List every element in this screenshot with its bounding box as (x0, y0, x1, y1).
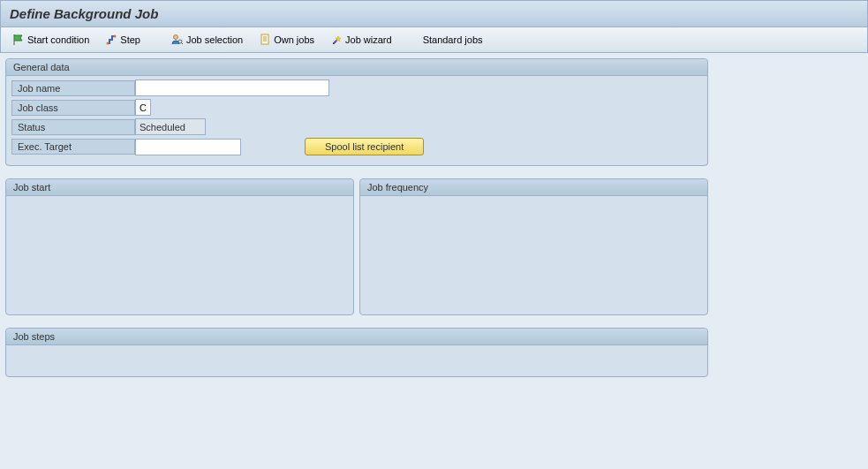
person-search-icon (171, 34, 184, 46)
job-class-label: Job class (11, 100, 135, 116)
flag-icon (12, 34, 25, 46)
job-steps-title: Job steps (6, 329, 707, 345)
job-start-title: Job start (6, 179, 353, 196)
job-name-input[interactable] (135, 79, 329, 96)
job-selection-button[interactable]: Job selection (165, 31, 249, 49)
general-data-groupbox: General data Job name Job class Status E… (5, 58, 708, 166)
standard-jobs-label: Standard jobs (423, 34, 483, 45)
exec-target-label: Exec. Target (11, 139, 135, 155)
own-jobs-button[interactable]: Own jobs (253, 31, 321, 49)
job-frequency-body (360, 196, 707, 302)
svg-line-4 (181, 43, 183, 45)
spool-list-recipient-button[interactable]: Spool list recipient (305, 138, 424, 155)
job-start-body (6, 196, 353, 302)
step-button[interactable]: Step (99, 31, 147, 49)
job-wizard-button[interactable]: Job wizard (324, 31, 398, 49)
start-condition-label: Start condition (27, 34, 89, 45)
exec-target-row: Exec. Target Spool list recipient (11, 138, 702, 155)
document-icon (259, 34, 271, 46)
job-wizard-label: Job wizard (345, 34, 392, 45)
job-class-row: Job class (11, 99, 702, 116)
page-title-bar: Define Background Job (0, 0, 868, 27)
step-label: Step (120, 34, 140, 45)
step-icon (105, 34, 117, 46)
wizard-icon (330, 34, 343, 46)
toolbar-separator (155, 32, 156, 48)
job-frequency-title: Job frequency (360, 179, 707, 196)
job-name-row: Job name (11, 79, 702, 96)
job-frequency-groupbox: Job frequency (359, 178, 708, 315)
job-steps-body (6, 345, 707, 368)
content-area: General data Job name Job class Status E… (0, 53, 868, 395)
job-selection-label: Job selection (186, 34, 243, 45)
page-title: Define Background Job (10, 6, 158, 21)
svg-point-0 (107, 42, 109, 45)
general-data-title: General data (6, 59, 707, 76)
job-class-input[interactable] (135, 99, 151, 116)
own-jobs-label: Own jobs (274, 34, 314, 45)
job-start-groupbox: Job start (5, 178, 354, 315)
start-condition-button[interactable]: Start condition (6, 31, 95, 49)
toolbar: Start condition Step Job selection Own j… (0, 27, 868, 53)
toolbar-separator (407, 32, 408, 48)
status-label: Status (11, 119, 135, 135)
svg-point-2 (173, 35, 177, 40)
two-column-row: Job start Job frequency (5, 178, 863, 328)
standard-jobs-button[interactable]: Standard jobs (417, 32, 489, 48)
status-row: Status (11, 118, 702, 135)
job-name-label: Job name (11, 80, 135, 96)
job-steps-groupbox: Job steps (5, 328, 708, 377)
general-data-body: Job name Job class Status Exec. Target S… (6, 76, 707, 165)
exec-target-input[interactable] (135, 139, 241, 155)
svg-point-1 (114, 35, 117, 38)
status-input (135, 118, 206, 135)
